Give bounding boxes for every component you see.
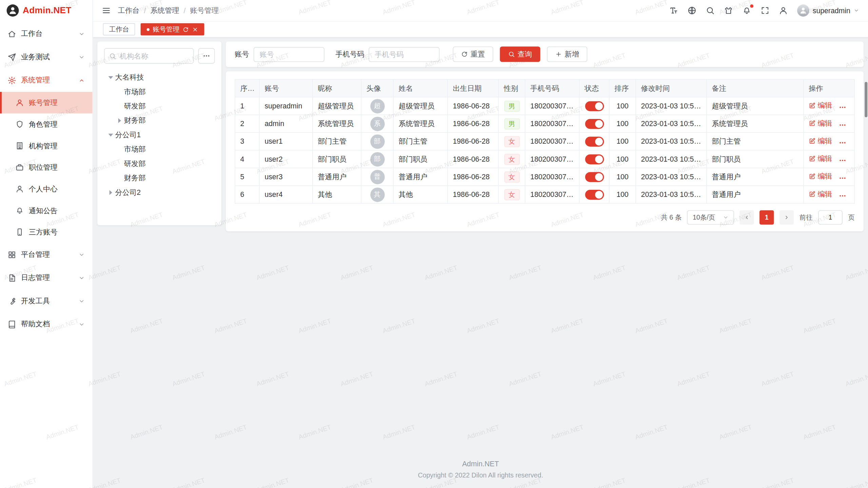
row-more-button[interactable] xyxy=(839,157,846,164)
breadcrumb: 工作台 / 系统管理 / 账号管理 xyxy=(118,5,219,15)
add-button[interactable]: 新增 xyxy=(547,46,587,62)
more-icon xyxy=(839,157,846,164)
tree-node[interactable]: 大名科技 xyxy=(104,70,215,84)
bell-icon[interactable] xyxy=(742,6,751,15)
avatar: 其 xyxy=(370,187,384,202)
edit-button[interactable]: 编辑 xyxy=(809,119,832,128)
breadcrumb-item[interactable]: 工作台 xyxy=(118,5,140,15)
cell-avatar: 部 xyxy=(361,133,393,150)
status-toggle[interactable] xyxy=(585,101,604,111)
tab-workbench[interactable]: 工作台 xyxy=(103,23,135,36)
caret-right-icon[interactable] xyxy=(115,116,124,125)
status-toggle[interactable] xyxy=(585,119,604,128)
breadcrumb-item[interactable]: 系统管理 xyxy=(150,5,179,15)
font-size-icon[interactable] xyxy=(669,6,678,15)
reset-button[interactable]: 重置 xyxy=(453,46,493,62)
org-search-input[interactable] xyxy=(120,52,189,60)
theme-icon[interactable] xyxy=(724,6,733,15)
tab-account-management[interactable]: 账号管理 xyxy=(141,23,204,36)
scrollbar-thumb[interactable] xyxy=(865,82,867,117)
prev-page-button[interactable] xyxy=(739,210,754,224)
chevron-down-icon xyxy=(723,215,728,220)
account-label: 账号 xyxy=(235,49,249,59)
sidebar-item-account-management[interactable]: 账号管理 xyxy=(0,92,93,114)
tree-node[interactable]: 分公司2 xyxy=(104,185,215,200)
cell-phone: 18020030720 xyxy=(525,168,579,186)
column-header: 昵称 xyxy=(313,79,361,97)
phone-input[interactable] xyxy=(369,47,439,62)
edit-button[interactable]: 编辑 xyxy=(809,189,832,199)
tree-node[interactable]: 市场部 xyxy=(104,85,215,99)
status-toggle[interactable] xyxy=(585,172,604,182)
sidebar-item-dev-tools[interactable]: 开发工具 xyxy=(0,289,93,313)
org-more-button[interactable] xyxy=(198,48,215,64)
sidebar-item-business-test[interactable]: 业务测试 xyxy=(0,45,93,69)
user-menu[interactable]: superadmin xyxy=(797,4,859,17)
page-1-button[interactable]: 1 xyxy=(760,210,774,224)
fullscreen-icon[interactable] xyxy=(761,6,769,15)
edit-button-label: 编辑 xyxy=(817,189,832,199)
cell-account: admin xyxy=(259,115,313,133)
search-button[interactable]: 查询 xyxy=(500,46,540,62)
edit-button[interactable]: 编辑 xyxy=(809,154,832,164)
edit-icon xyxy=(809,191,815,198)
sidebar-item-personal-center[interactable]: 个人中心 xyxy=(0,178,93,200)
edit-button[interactable]: 编辑 xyxy=(809,136,832,146)
globe-icon[interactable] xyxy=(688,6,696,15)
caret-right-icon[interactable] xyxy=(106,188,115,197)
edit-button[interactable]: 编辑 xyxy=(809,101,832,110)
sidebar-item-help-docs[interactable]: 帮助文档 xyxy=(0,312,93,336)
tree-node[interactable]: 研发部 xyxy=(104,157,215,171)
sidebar-item-third-party-account[interactable]: 三方账号 xyxy=(0,221,93,243)
status-toggle[interactable] xyxy=(585,136,604,146)
cell-account: user1 xyxy=(259,133,313,150)
row-more-button[interactable] xyxy=(839,121,846,129)
refresh-icon[interactable] xyxy=(183,26,189,33)
row-more-button[interactable] xyxy=(839,192,846,200)
cell-actions: 编辑 xyxy=(804,97,854,115)
profile-icon[interactable] xyxy=(779,6,788,15)
user-icon xyxy=(16,99,24,107)
caret-down-icon[interactable] xyxy=(106,73,115,82)
sidebar-item-role-management[interactable]: 角色管理 xyxy=(0,114,93,135)
cell-nickname: 部门职员 xyxy=(313,150,361,168)
page-size-select[interactable]: 10条/页 xyxy=(687,210,734,224)
topbar-actions: superadmin xyxy=(669,4,859,17)
cell-sort: 100 xyxy=(609,168,636,186)
hamburger-icon[interactable] xyxy=(102,6,111,15)
sidebar-item-system-management[interactable]: 系统管理 xyxy=(0,68,93,92)
tree-node-label: 研发部 xyxy=(124,159,146,169)
next-page-button[interactable] xyxy=(780,210,794,224)
sidebar-item-log-management[interactable]: 日志管理 xyxy=(0,266,93,289)
cell-avatar: 部 xyxy=(361,150,393,168)
tree-node[interactable]: 分公司1 xyxy=(104,128,215,142)
tree-node[interactable]: 财务部 xyxy=(104,171,215,185)
edit-icon xyxy=(809,102,815,109)
status-toggle[interactable] xyxy=(585,154,604,164)
tree-node[interactable]: 市场部 xyxy=(104,142,215,157)
caret-down-icon[interactable] xyxy=(106,130,115,139)
tree-node[interactable]: 财务部 xyxy=(104,114,215,128)
edit-button[interactable]: 编辑 xyxy=(809,171,832,181)
search-icon[interactable] xyxy=(706,6,715,15)
close-icon[interactable] xyxy=(192,26,198,33)
cell-phone: 18020030720 xyxy=(525,150,579,168)
sidebar-item-workbench[interactable]: 工作台 xyxy=(0,22,93,45)
sidebar-item-platform-management[interactable]: 平台管理 xyxy=(0,243,93,266)
sidebar-item-org-management[interactable]: 机构管理 xyxy=(0,135,93,157)
sidebar-item-label: 个人中心 xyxy=(29,184,85,194)
content-row: 大名科技市场部研发部财务部分公司1市场部研发部财务部分公司2 账号 手机号码 重… xyxy=(97,41,864,231)
account-input[interactable] xyxy=(254,47,324,62)
row-more-button[interactable] xyxy=(839,174,846,182)
cell-index: 4 xyxy=(235,150,259,168)
row-more-button[interactable] xyxy=(839,103,846,111)
sidebar-item-position-management[interactable]: 职位管理 xyxy=(0,157,93,178)
sidebar-item-label: 工作台 xyxy=(21,29,74,39)
row-more-button[interactable] xyxy=(839,139,846,146)
goto-page-input[interactable] xyxy=(818,210,843,224)
status-toggle[interactable] xyxy=(585,189,604,199)
tree-node[interactable]: 研发部 xyxy=(104,99,215,113)
edit-button-label: 编辑 xyxy=(817,101,832,110)
table-row: 3user1部门主管部部门主管1986-06-28女18020030720100… xyxy=(235,133,854,150)
sidebar-item-notice-announcement[interactable]: 通知公告 xyxy=(0,200,93,221)
